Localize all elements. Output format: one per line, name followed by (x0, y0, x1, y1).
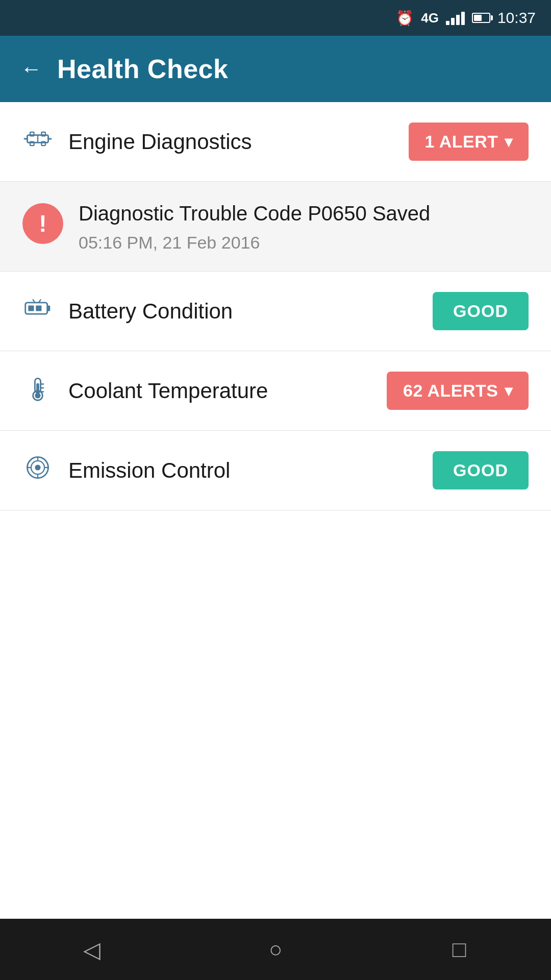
svg-rect-2 (41, 132, 45, 136)
svg-rect-11 (36, 305, 41, 311)
emission-control-label: Emission Control (68, 458, 230, 483)
svg-point-23 (35, 464, 40, 470)
chevron-down-icon: ▾ (505, 133, 513, 151)
nav-recent-icon: □ (453, 937, 466, 962)
svg-rect-3 (30, 142, 34, 145)
engine-diagnostics-label: Engine Diagnostics (68, 130, 252, 154)
battery-good-button[interactable]: GOOD (433, 292, 529, 330)
coolant-temperature-label: Coolant Temperature (68, 379, 268, 403)
engine-alert-button[interactable]: 1 ALERT ▾ (409, 122, 529, 161)
alert-badge: ! (22, 203, 63, 244)
svg-rect-1 (30, 132, 34, 136)
network-label: 4G (421, 10, 439, 26)
engine-diagnostics-row: Engine Diagnostics 1 ALERT ▾ (0, 102, 551, 182)
emission-icon (22, 453, 53, 487)
emission-left: Emission Control (22, 453, 230, 487)
coolant-left: Coolant Temperature (22, 374, 268, 408)
engine-alert-label: 1 ALERT (425, 132, 498, 152)
coolant-alert-label: 62 ALERTS (403, 381, 498, 401)
alert-text-block: Diagnostic Trouble Code P0650 Saved 05:1… (79, 200, 430, 253)
svg-rect-10 (28, 305, 34, 311)
nav-home-button[interactable]: ○ (255, 929, 296, 970)
exclamation-icon: ! (39, 210, 46, 237)
svg-rect-17 (36, 383, 39, 393)
alert-timestamp: 05:16 PM, 21 Feb 2016 (79, 233, 430, 253)
status-icons: ⏰ 4G 10:37 (396, 9, 536, 27)
battery-condition-row: Battery Condition GOOD (0, 272, 551, 351)
alert-title: Diagnostic Trouble Code P0650 Saved (79, 200, 430, 227)
emission-control-row: Emission Control GOOD (0, 431, 551, 510)
emission-good-button[interactable]: GOOD (433, 451, 529, 489)
battery-condition-icon (22, 294, 53, 328)
engine-icon (22, 125, 53, 159)
status-time: 10:37 (497, 9, 536, 27)
signal-icon (446, 11, 465, 25)
nav-bar: ◁ ○ □ (0, 919, 551, 980)
nav-back-button[interactable]: ◁ (71, 929, 112, 970)
thermometer-icon (22, 374, 53, 408)
battery-condition-label: Battery Condition (68, 299, 233, 324)
nav-home-icon: ○ (269, 937, 283, 962)
nav-recent-button[interactable]: □ (439, 929, 480, 970)
engine-alert-detail: ! Diagnostic Trouble Code P0650 Saved 05… (0, 182, 551, 272)
battery-left: Battery Condition (22, 294, 233, 328)
coolant-temperature-row: Coolant Temperature 62 ALERTS ▾ (0, 351, 551, 431)
battery-status-icon (472, 13, 490, 23)
svg-rect-9 (47, 305, 51, 311)
content-area: Engine Diagnostics 1 ALERT ▾ ! Diagnosti… (0, 102, 551, 510)
svg-point-16 (35, 393, 40, 398)
nav-back-icon: ◁ (83, 937, 101, 963)
battery-status-label: GOOD (453, 301, 508, 321)
status-bar: ⏰ 4G 10:37 (0, 0, 551, 36)
emission-status-label: GOOD (453, 460, 508, 480)
coolant-alert-button[interactable]: 62 ALERTS ▾ (387, 372, 529, 410)
engine-left: Engine Diagnostics (22, 125, 252, 159)
app-bar: ← Health Check (0, 36, 551, 102)
svg-rect-4 (41, 142, 45, 145)
chevron-down-icon-2: ▾ (505, 382, 513, 400)
back-button[interactable]: ← (20, 57, 42, 81)
page-title: Health Check (57, 54, 228, 84)
clock-icon: ⏰ (396, 10, 414, 27)
